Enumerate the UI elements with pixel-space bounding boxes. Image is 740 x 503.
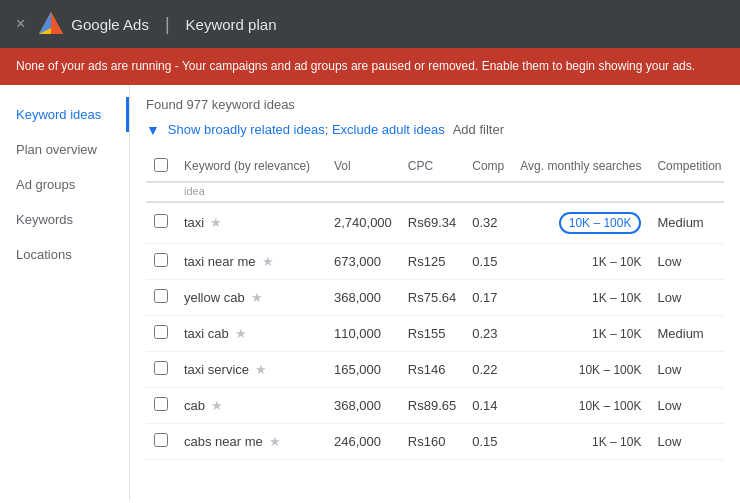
vol-cell: 165,000: [326, 351, 400, 387]
avg-cell: 10K – 100K: [512, 351, 649, 387]
sidebar-item-keyword-ideas[interactable]: Keyword ideas: [0, 97, 129, 132]
vol-cell: 110,000: [326, 315, 400, 351]
sidebar-item-ad-groups[interactable]: Ad groups: [0, 167, 129, 202]
vol-cell: 246,000: [326, 423, 400, 459]
col-header-vol: Vol: [326, 150, 400, 182]
table-row: taxi near me ★ 673,000 Rs125 0.15 1K – 1…: [146, 243, 724, 279]
competition-cell: Low: [649, 423, 724, 459]
row-checkbox-2[interactable]: [154, 289, 168, 303]
table-row: taxi cab ★ 110,000 Rs155 0.23 1K – 10K M…: [146, 315, 724, 351]
keyword-cell: taxi cab ★: [176, 315, 326, 351]
table-row: taxi service ★ 165,000 Rs146 0.22 10K – …: [146, 351, 724, 387]
filter-bar: ▼ Show broadly related ideas; Exclude ad…: [146, 122, 724, 138]
avg-cell: 10K – 100K: [512, 387, 649, 423]
row-checkbox-6[interactable]: [154, 433, 168, 447]
keyword-cell: taxi service ★: [176, 351, 326, 387]
row-checkbox-3[interactable]: [154, 325, 168, 339]
comp-cell: 0.22: [464, 351, 512, 387]
select-all-checkbox[interactable]: [154, 158, 168, 172]
results-count: Found 977 keyword ideas: [146, 97, 724, 112]
cpc-cell: Rs160: [400, 423, 464, 459]
competition-cell: Medium: [649, 202, 724, 244]
vol-cell: 368,000: [326, 387, 400, 423]
sidebar-item-keywords[interactable]: Keywords: [0, 202, 129, 237]
page-title: Keyword plan: [186, 16, 277, 33]
competition-cell: Low: [649, 351, 724, 387]
star-icon[interactable]: ★: [251, 290, 263, 305]
alert-message: None of your ads are running - Your camp…: [16, 59, 695, 73]
close-icon[interactable]: ×: [16, 15, 25, 33]
row-checkbox-1[interactable]: [154, 253, 168, 267]
avg-cell: 1K – 10K: [512, 315, 649, 351]
cpc-cell: Rs89.65: [400, 387, 464, 423]
cpc-cell: Rs75.64: [400, 279, 464, 315]
comp-cell: 0.17: [464, 279, 512, 315]
star-icon[interactable]: ★: [269, 434, 281, 449]
keyword-text: cabs near me: [184, 434, 263, 449]
competition-cell: Medium: [649, 315, 724, 351]
cpc-cell: Rs146: [400, 351, 464, 387]
avg-cell: 1K – 10K: [512, 279, 649, 315]
table-body: taxi ★ 2,740,000 Rs69.34 0.32 10K – 100K…: [146, 202, 724, 460]
star-icon[interactable]: ★: [262, 254, 274, 269]
star-icon[interactable]: ★: [235, 326, 247, 341]
sidebar: Keyword ideas Plan overview Ad groups Ke…: [0, 85, 130, 500]
star-icon[interactable]: ★: [211, 398, 223, 413]
comp-cell: 0.15: [464, 423, 512, 459]
avg-cell: 10K – 100K: [512, 202, 649, 244]
competition-cell: Low: [649, 279, 724, 315]
comp-cell: 0.15: [464, 243, 512, 279]
comp-cell: 0.32: [464, 202, 512, 244]
competition-cell: Low: [649, 387, 724, 423]
content-area: Found 977 keyword ideas ▼ Show broadly r…: [130, 85, 740, 500]
vol-cell: 673,000: [326, 243, 400, 279]
avg-cell: 1K – 10K: [512, 243, 649, 279]
cpc-cell: Rs69.34: [400, 202, 464, 244]
col-header-checkbox: [146, 150, 176, 182]
logo: Google Ads: [37, 10, 149, 38]
keyword-cell: taxi ★: [176, 202, 326, 244]
alert-banner: None of your ads are running - Your camp…: [0, 48, 740, 85]
col-header-competition: Competition: [649, 150, 724, 182]
table-row: yellow cab ★ 368,000 Rs75.64 0.17 1K – 1…: [146, 279, 724, 315]
row-checkbox-cell: [146, 279, 176, 315]
table-row: cab ★ 368,000 Rs89.65 0.14 10K – 100K Lo…: [146, 387, 724, 423]
cpc-cell: Rs125: [400, 243, 464, 279]
table-row: taxi ★ 2,740,000 Rs69.34 0.32 10K – 100K…: [146, 202, 724, 244]
keyword-text: taxi: [184, 215, 204, 230]
keywords-table: Keyword (by relevance) Vol CPC Comp Avg.…: [146, 150, 724, 460]
row-checkbox-cell: [146, 351, 176, 387]
app-header: × Google Ads | Keyword plan: [0, 0, 740, 48]
keyword-text: taxi cab: [184, 326, 229, 341]
add-filter-button[interactable]: Add filter: [453, 122, 504, 137]
keyword-cell: yellow cab ★: [176, 279, 326, 315]
row-checkbox-4[interactable]: [154, 361, 168, 375]
col-header-comp: Comp: [464, 150, 512, 182]
row-checkbox-cell: [146, 387, 176, 423]
col-header-keyword: Keyword (by relevance): [176, 150, 326, 182]
keyword-cell: taxi near me ★: [176, 243, 326, 279]
row-checkbox-5[interactable]: [154, 397, 168, 411]
sidebar-item-plan-overview[interactable]: Plan overview: [0, 132, 129, 167]
filter-link[interactable]: Show broadly related ideas; Exclude adul…: [168, 122, 445, 137]
keyword-cell: cabs near me ★: [176, 423, 326, 459]
keyword-text: taxi service: [184, 362, 249, 377]
keyword-cell: cab ★: [176, 387, 326, 423]
main-layout: Keyword ideas Plan overview Ad groups Ke…: [0, 85, 740, 500]
subheader-idea: idea: [176, 182, 326, 202]
avg-cell: 1K – 10K: [512, 423, 649, 459]
keywords-table-wrap: Keyword (by relevance) Vol CPC Comp Avg.…: [146, 150, 724, 460]
star-icon[interactable]: ★: [255, 362, 267, 377]
col-header-avg: Avg. monthly searches: [512, 150, 649, 182]
row-checkbox-0[interactable]: [154, 214, 168, 228]
comp-cell: 0.23: [464, 315, 512, 351]
filter-icon: ▼: [146, 122, 160, 138]
table-subheader-row: idea: [146, 182, 724, 202]
table-row: cabs near me ★ 246,000 Rs160 0.15 1K – 1…: [146, 423, 724, 459]
sidebar-item-locations[interactable]: Locations: [0, 237, 129, 272]
row-checkbox-cell: [146, 315, 176, 351]
keyword-text: yellow cab: [184, 290, 245, 305]
star-icon[interactable]: ★: [210, 215, 222, 230]
app-name: Google Ads: [71, 16, 149, 33]
vol-cell: 368,000: [326, 279, 400, 315]
